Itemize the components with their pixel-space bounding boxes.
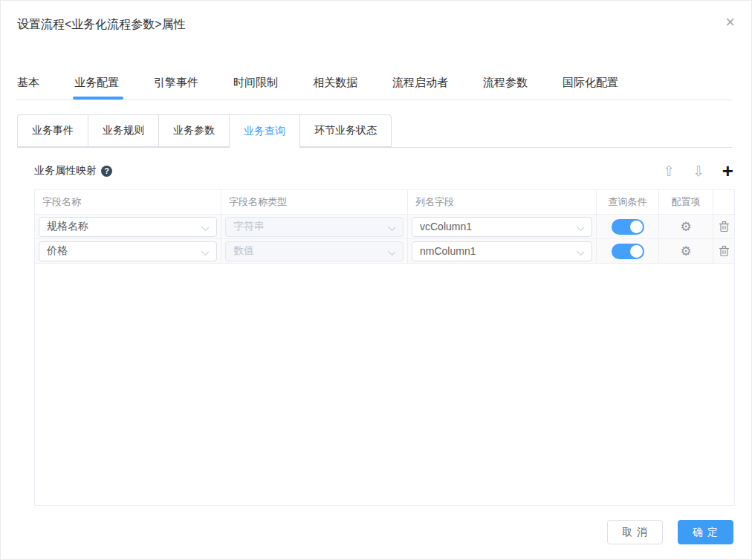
chevron-down-icon	[201, 247, 209, 255]
properties-dialog: 设置流程<业务化流程参数>属性 × 基本 业务配置 引擎事件 时间限制 相关数据…	[0, 0, 752, 560]
chevron-down-icon	[388, 223, 395, 230]
config-button[interactable]: ⚙	[680, 221, 691, 233]
confirm-button[interactable]: 确 定	[678, 520, 733, 544]
query-condition-toggle[interactable]	[612, 219, 644, 235]
tab-time-limit[interactable]: 时间限制	[233, 76, 278, 100]
section-header: 业务属性映射 ? ⇧ ⇩ +	[34, 161, 733, 180]
subtab-business-query[interactable]: 业务查询	[229, 114, 300, 148]
trash-icon	[719, 221, 730, 232]
mapping-table: 字段名称 字段名称类型 列名字段 查询条件 配置项 规格名称 字符串	[34, 189, 735, 506]
add-row-icon[interactable]: +	[722, 161, 733, 180]
sub-tab-bar: 业务事件 业务规则 业务参数 业务查询 环节业务状态	[17, 114, 732, 148]
tab-i18n-config[interactable]: 国际化配置	[563, 76, 618, 100]
field-type-select: 数值	[225, 241, 403, 261]
move-up-icon[interactable]: ⇧	[663, 164, 675, 178]
chevron-down-icon	[577, 247, 584, 255]
chevron-down-icon	[201, 223, 209, 230]
col-header-actions	[713, 190, 734, 214]
dialog-title: 设置流程<业务化流程参数>属性	[17, 17, 186, 33]
gear-icon: ⚙	[680, 245, 691, 258]
col-header-config-item: 配置项	[659, 190, 713, 214]
tab-engine-events[interactable]: 引擎事件	[154, 76, 198, 100]
subtab-business-events[interactable]: 业务事件	[17, 114, 88, 147]
tab-related-data[interactable]: 相关数据	[313, 76, 357, 100]
trash-icon	[719, 245, 730, 257]
close-icon[interactable]: ×	[725, 14, 735, 30]
main-tab-bar: 基本 业务配置 引擎事件 时间限制 相关数据 流程启动者 流程参数 国际化配置	[17, 76, 618, 100]
subtab-business-params[interactable]: 业务参数	[158, 114, 230, 147]
field-type-select: 字符串	[225, 217, 403, 237]
chevron-down-icon	[388, 247, 395, 255]
subtab-step-business-status[interactable]: 环节业务状态	[299, 114, 392, 147]
subtab-business-rules[interactable]: 业务规则	[88, 114, 159, 147]
field-name-select[interactable]: 价格	[39, 241, 217, 261]
query-condition-toggle[interactable]	[612, 244, 644, 259]
table-row: 规格名称 字符串 vcColumn1	[35, 215, 734, 239]
help-icon[interactable]: ?	[101, 166, 112, 177]
tab-process-initiator[interactable]: 流程启动者	[392, 76, 448, 100]
col-header-field-type: 字段名称类型	[221, 190, 408, 214]
move-down-icon[interactable]: ⇩	[693, 164, 704, 178]
col-header-field-name: 字段名称	[35, 190, 221, 214]
cancel-button[interactable]: 取 消	[607, 520, 663, 544]
section-title: 业务属性映射	[34, 164, 97, 178]
col-header-column-field: 列名字段	[408, 190, 597, 214]
delete-row-button[interactable]	[719, 221, 730, 232]
col-header-query-condition: 查询条件	[597, 190, 659, 214]
gear-icon: ⚙	[680, 221, 691, 233]
chevron-down-icon	[577, 223, 584, 230]
tab-process-params[interactable]: 流程参数	[483, 76, 528, 100]
table-header-row: 字段名称 字段名称类型 列名字段 查询条件 配置项	[35, 190, 734, 215]
table-row: 价格 数值 nmColumn1 ⚙	[35, 239, 734, 264]
tab-business-config[interactable]: 业务配置	[74, 76, 119, 100]
main-tab-divider	[16, 100, 732, 100]
delete-row-button[interactable]	[719, 245, 730, 257]
field-name-select[interactable]: 规格名称	[39, 217, 217, 237]
dialog-footer: 取 消 确 定	[607, 520, 733, 544]
column-field-select[interactable]: nmColumn1	[412, 241, 592, 261]
tab-basic[interactable]: 基本	[17, 76, 39, 100]
column-field-select[interactable]: vcColumn1	[412, 217, 592, 237]
config-button[interactable]: ⚙	[680, 245, 691, 258]
